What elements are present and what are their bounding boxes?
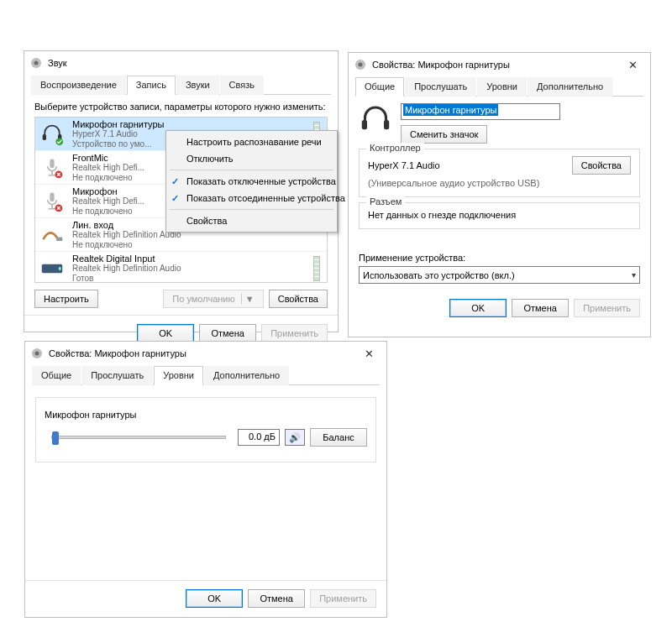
close-button[interactable]: ✕: [356, 348, 381, 360]
props-general-tabs: Общие Прослушать Уровни Дополнительно: [355, 76, 643, 97]
apply-button[interactable]: Применить: [310, 589, 376, 608]
svg-rect-5: [50, 159, 54, 168]
controller-groupbox-title: Контроллер: [366, 143, 424, 153]
ok-button[interactable]: OK: [186, 589, 243, 608]
device-status: Не подключено: [72, 240, 323, 250]
tab-listen[interactable]: Прослушать: [81, 366, 153, 385]
props-levels-title: Свойства: Микрофон гарнитуры: [49, 348, 356, 358]
properties-button[interactable]: Свойства: [269, 290, 328, 308]
svg-rect-15: [59, 267, 61, 270]
tab-communications[interactable]: Связь: [220, 76, 264, 95]
menu-item-show-disconnected[interactable]: Показать отсоединенные устройства: [166, 190, 337, 206]
tab-recording[interactable]: Запись: [127, 76, 176, 95]
device-usage-label: Применение устройства:: [359, 253, 640, 263]
speaker-icon: [30, 347, 44, 360]
recording-prompt: Выберите устройство записи, параметры ко…: [34, 102, 328, 112]
mic-level-value[interactable]: 0.0 дБ: [238, 429, 280, 446]
mute-toggle-button[interactable]: 🔊: [285, 429, 305, 446]
mic-level-slider[interactable]: [51, 436, 226, 439]
device-usage-value: Использовать это устройство (вкл.): [363, 270, 515, 280]
menu-separator: [170, 170, 333, 170]
chevron-down-icon: ▾: [632, 270, 636, 280]
speaker-icon: [29, 56, 43, 70]
linein-icon: [39, 222, 66, 248]
change-icon-button[interactable]: Сменить значок: [401, 125, 487, 144]
device-name: Realtek Digital Input: [72, 254, 307, 264]
tab-general[interactable]: Общие: [32, 366, 81, 385]
device-text: Realtek Digital Input Realtek High Defin…: [72, 254, 307, 283]
device-row-digital-input[interactable]: Realtek Digital Input Realtek High Defin…: [35, 252, 327, 283]
configure-button[interactable]: Настроить: [34, 290, 98, 308]
sound-title: Звук: [48, 58, 333, 68]
svg-rect-18: [362, 120, 367, 129]
apply-button[interactable]: Применить: [574, 299, 640, 317]
apply-button[interactable]: Применить: [261, 324, 328, 342]
svg-point-21: [35, 352, 39, 356]
controller-name: HyperX 7.1 Audio: [368, 160, 572, 170]
device-driver: Realtek High Definition Audio: [72, 264, 307, 274]
mic-properties-levels-window: Свойства: Микрофон гарнитуры ✕ Общие Про…: [24, 341, 387, 618]
speaker-on-icon: 🔊: [289, 432, 301, 443]
tab-general[interactable]: Общие: [355, 77, 404, 97]
mic-properties-general-window: Свойства: Микрофон гарнитуры ✕ Общие Про…: [348, 52, 651, 337]
menu-item-show-disabled[interactable]: Показать отключенные устройства: [166, 173, 337, 190]
svg-rect-2: [43, 134, 46, 140]
device-usage-dropdown[interactable]: Использовать это устройство (вкл.) ▾: [359, 266, 640, 284]
tab-playback[interactable]: Воспроизведение: [31, 76, 126, 95]
device-name-value: Микрофон гарнитуры: [403, 104, 498, 116]
slider-thumb-icon: [52, 431, 59, 445]
set-default-label: По умолчанию: [172, 294, 234, 304]
cancel-button[interactable]: Отмена: [248, 589, 305, 608]
close-button[interactable]: ✕: [620, 59, 645, 71]
tab-listen[interactable]: Прослушать: [405, 77, 476, 97]
chevron-down-icon: ▼: [241, 294, 255, 304]
menu-item-disable[interactable]: Отключить: [166, 150, 337, 167]
controller-properties-button[interactable]: Свойства: [572, 156, 631, 175]
menu-item-properties[interactable]: Свойства: [166, 212, 337, 229]
controller-subtext: (Универсальное аудио устройство USB): [368, 178, 631, 188]
sound-tabs: Воспроизведение Запись Звуки Связь: [31, 75, 331, 95]
svg-rect-6: [51, 170, 53, 174]
sound-titlebar[interactable]: Звук: [24, 51, 338, 75]
device-name: Микрофон гарнитуры: [72, 119, 307, 130]
jack-info-text: Нет данных о гнезде подключения: [368, 210, 631, 220]
svg-rect-10: [51, 204, 53, 207]
props-general-titlebar[interactable]: Свойства: Микрофон гарнитуры ✕: [349, 53, 650, 76]
speaker-icon: [354, 58, 367, 71]
props-levels-titlebar[interactable]: Свойства: Микрофон гарнитуры ✕: [25, 342, 386, 365]
tab-advanced[interactable]: Дополнительно: [204, 366, 289, 385]
mic-level-label: Микрофон гарнитуры: [45, 410, 367, 420]
tab-levels[interactable]: Уровни: [154, 366, 203, 385]
cancel-button[interactable]: Отмена: [512, 299, 569, 317]
cancel-button[interactable]: Отмена: [199, 324, 256, 342]
tab-levels[interactable]: Уровни: [477, 77, 527, 97]
set-default-button[interactable]: По умолчанию ▼: [163, 290, 263, 308]
controller-groupbox: Контроллер HyperX 7.1 Audio Свойства (Ун…: [359, 149, 640, 197]
ok-button[interactable]: OK: [449, 299, 507, 317]
device-status: Готов: [72, 274, 307, 283]
svg-point-17: [359, 63, 363, 67]
svg-point-1: [34, 61, 39, 65]
mic-icon: [39, 188, 66, 215]
headset-large-icon: [359, 103, 392, 139]
tab-sounds[interactable]: Звуки: [176, 76, 219, 95]
balance-button[interactable]: Баланс: [310, 428, 367, 447]
device-context-menu: Настроить распознавание речи Отключить П…: [165, 130, 338, 233]
mic-icon: [39, 154, 66, 181]
svg-rect-7: [49, 174, 56, 175]
menu-item-configure-speech[interactable]: Настроить распознавание речи: [166, 133, 337, 150]
jack-groupbox-title: Разъем: [366, 196, 405, 206]
device-name-input[interactable]: Микрофон гарнитуры: [401, 103, 560, 120]
svg-rect-19: [384, 120, 389, 129]
ok-button[interactable]: OK: [137, 324, 194, 342]
digital-input-icon: [39, 255, 66, 282]
level-meter-icon: [313, 256, 320, 281]
tab-advanced[interactable]: Дополнительно: [528, 77, 612, 97]
props-general-content: Микрофон гарнитуры Сменить значок Контро…: [349, 97, 650, 290]
headset-icon: [39, 121, 66, 148]
props-general-title: Свойства: Микрофон гарнитуры: [372, 60, 620, 70]
svg-rect-9: [50, 192, 54, 201]
menu-separator: [170, 209, 333, 210]
props-levels-tabs: Общие Прослушать Уровни Дополнительно: [32, 365, 380, 385]
svg-rect-11: [49, 207, 56, 209]
